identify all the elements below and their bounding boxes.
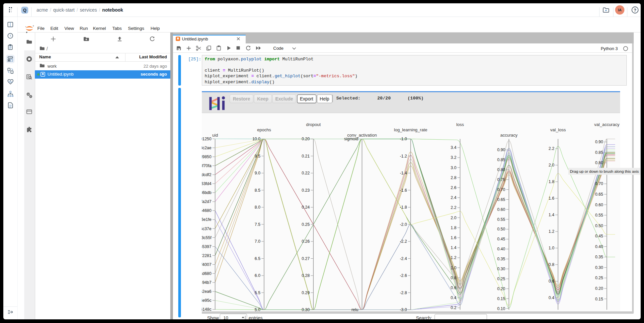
svg-text:0.25: 0.25: [302, 222, 310, 227]
svg-text:-2.8: -2.8: [400, 291, 407, 295]
svg-text:0.8: 0.8: [451, 276, 456, 280]
svg-text:5.5: 5.5: [255, 291, 260, 295]
svg-text:1.4: 1.4: [549, 213, 554, 217]
svg-text:10.0: 10.0: [252, 137, 260, 141]
svg-text:-1.6: -1.6: [400, 188, 407, 193]
svg-text:0.40: 0.40: [595, 244, 603, 249]
svg-text:b01250: b01250: [202, 137, 211, 141]
svg-text:-2.4: -2.4: [400, 256, 407, 261]
svg-text:uid: uid: [212, 133, 218, 138]
svg-text:0.85: 0.85: [595, 150, 603, 155]
svg-text:val_accuracy: val_accuracy: [594, 122, 619, 127]
svg-text:2.6: 2.6: [451, 185, 456, 190]
svg-text:-1.8: -1.8: [400, 205, 407, 210]
svg-text:83c55f: 83c55f: [202, 235, 212, 240]
svg-text:2.2: 2.2: [451, 205, 456, 210]
svg-text:-2.0: -2.0: [400, 222, 407, 227]
svg-text:2.4: 2.4: [451, 195, 456, 200]
svg-text:-1.4: -1.4: [400, 171, 407, 175]
svg-text:0.6: 0.6: [451, 286, 456, 290]
svg-text:0.70: 0.70: [497, 187, 505, 192]
svg-text:0.24: 0.24: [302, 205, 310, 210]
svg-text:0.50: 0.50: [595, 224, 603, 228]
svg-text:log_learning_rate: log_learning_rate: [394, 127, 427, 132]
svg-text:0.28: 0.28: [302, 273, 310, 278]
svg-text:dfa2d7: dfa2d7: [202, 199, 211, 204]
svg-text:0.23: 0.23: [302, 188, 310, 193]
svg-text:752ea6: 752ea6: [202, 289, 211, 294]
svg-text:f8c2ae: f8c2ae: [202, 146, 211, 150]
svg-text:6.0: 6.0: [255, 273, 260, 278]
svg-text:3.4: 3.4: [451, 145, 456, 150]
svg-text:0.80: 0.80: [595, 161, 603, 165]
svg-text:263fd4: 263fd4: [202, 181, 211, 186]
svg-text:56148c: 56148c: [202, 307, 211, 312]
svg-text:7.5: 7.5: [255, 222, 260, 227]
svg-text:0.10: 0.10: [497, 306, 505, 311]
svg-text:0.26: 0.26: [302, 239, 310, 244]
svg-text:0.55: 0.55: [497, 217, 505, 222]
svg-text:b6e1fe: b6e1fe: [202, 217, 211, 222]
svg-text:conv_activation: conv_activation: [347, 133, 377, 138]
svg-text:0.45: 0.45: [497, 237, 505, 241]
svg-text:1.0: 1.0: [549, 246, 554, 250]
svg-text:0.27: 0.27: [302, 256, 310, 261]
svg-text:2cd680: 2cd680: [202, 271, 211, 276]
svg-text:1.2: 1.2: [549, 229, 554, 234]
svg-text:0.30: 0.30: [497, 267, 505, 271]
svg-text:1.2: 1.2: [451, 255, 456, 260]
svg-text:1.6: 1.6: [549, 196, 554, 201]
svg-text:3.0: 3.0: [451, 165, 456, 170]
svg-text:0.15: 0.15: [497, 296, 505, 301]
svg-text:2.0: 2.0: [549, 163, 554, 167]
svg-text:-1.2: -1.2: [400, 154, 407, 159]
svg-text:8.0: 8.0: [255, 205, 260, 210]
svg-text:val_loss: val_loss: [550, 127, 566, 132]
svg-text:2494b7: 2494b7: [202, 280, 211, 285]
svg-text:4d9850: 4d9850: [202, 155, 211, 159]
svg-text:0.25: 0.25: [595, 276, 603, 280]
svg-text:6.5: 6.5: [255, 256, 260, 261]
svg-text:7.0: 7.0: [255, 239, 260, 244]
svg-text:0.60: 0.60: [497, 207, 505, 212]
svg-text:0.8: 0.8: [549, 262, 554, 267]
svg-text:1.8: 1.8: [549, 179, 554, 184]
svg-text:0.22: 0.22: [302, 171, 310, 175]
svg-text:dropout: dropout: [306, 122, 321, 127]
svg-text:9.0: 9.0: [255, 171, 260, 175]
svg-text:loss: loss: [456, 122, 464, 127]
svg-text:-2.6: -2.6: [400, 273, 407, 278]
svg-text:0.85: 0.85: [497, 158, 505, 162]
svg-text:0.20: 0.20: [595, 286, 603, 291]
svg-text:0.65: 0.65: [497, 197, 505, 202]
svg-text:0.30: 0.30: [595, 265, 603, 270]
svg-text:455397: 455397: [202, 244, 211, 249]
svg-text:0.45: 0.45: [595, 234, 603, 238]
svg-text:0.25: 0.25: [497, 277, 505, 281]
svg-text:1.4: 1.4: [451, 245, 456, 250]
svg-text:1.0: 1.0: [451, 266, 456, 270]
svg-text:epochs: epochs: [257, 127, 271, 132]
svg-text:0.40: 0.40: [497, 247, 505, 251]
svg-text:0.15: 0.15: [595, 297, 603, 301]
svg-text:3.2: 3.2: [451, 155, 456, 160]
svg-text:65c37e: 65c37e: [202, 226, 211, 231]
svg-text:?: ?: [634, 8, 636, 13]
svg-text:0.4: 0.4: [549, 295, 554, 300]
svg-text:0.4: 0.4: [451, 295, 456, 300]
svg-text:0.35: 0.35: [595, 255, 603, 259]
svg-text:0.6: 0.6: [549, 279, 554, 284]
svg-text:154680: 154680: [202, 208, 211, 213]
svg-text:1.8: 1.8: [451, 226, 456, 230]
svg-text:-2.2: -2.2: [400, 239, 407, 244]
svg-text:2.2: 2.2: [549, 146, 554, 151]
svg-text:0.90: 0.90: [497, 148, 505, 152]
svg-text:1.6: 1.6: [451, 235, 456, 240]
svg-text:5f4007: 5f4007: [202, 262, 211, 267]
svg-text:0.35: 0.35: [497, 257, 505, 261]
svg-text:94e95c: 94e95c: [202, 298, 211, 303]
svg-text:0.2: 0.2: [451, 305, 456, 310]
svg-text:0.75: 0.75: [497, 177, 505, 182]
svg-text:-1.0: -1.0: [400, 137, 407, 141]
svg-text:0.60: 0.60: [595, 203, 603, 207]
